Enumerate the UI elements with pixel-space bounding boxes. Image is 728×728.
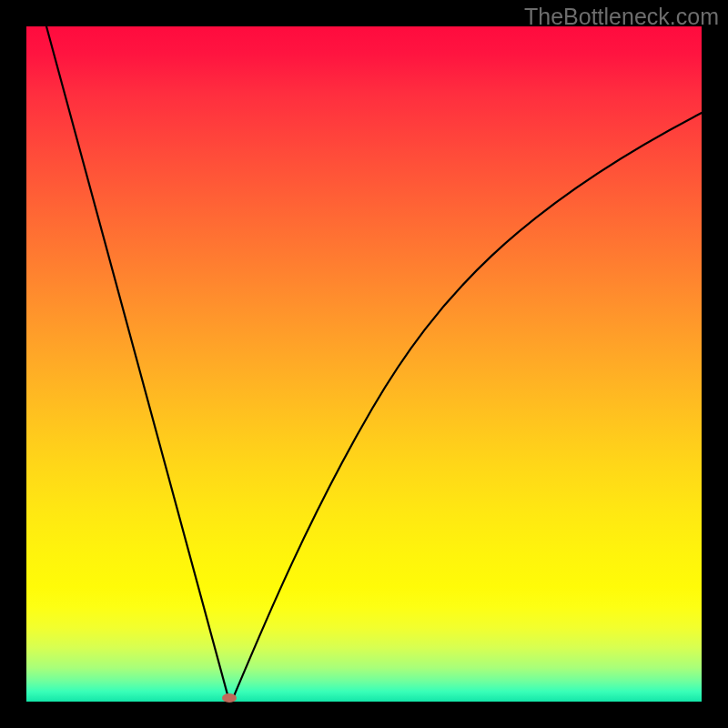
- watermark-text: TheBottleneck.com: [524, 4, 719, 30]
- minimum-marker: [222, 693, 237, 703]
- plot-area: [26, 26, 702, 702]
- chart-frame: TheBottleneck.com: [0, 0, 728, 728]
- curve-path: [46, 26, 702, 699]
- bottleneck-curve: [26, 26, 702, 702]
